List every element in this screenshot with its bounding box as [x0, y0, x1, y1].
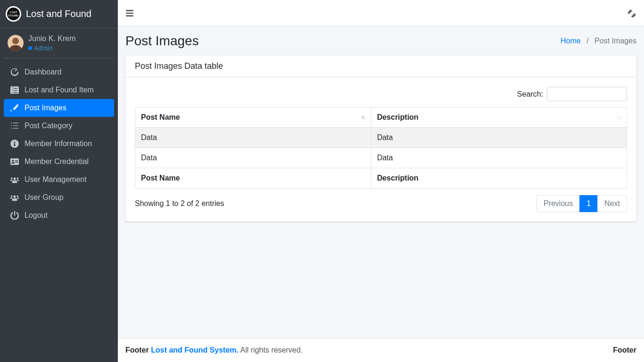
sidebar-item-label: Member Information: [25, 140, 92, 148]
sidebar: LOST FOUND Lost and Found Junio K. Krem …: [0, 0, 118, 362]
tachometer-icon: [9, 68, 20, 76]
brand-logo: LOST FOUND: [6, 6, 21, 22]
sidebar-item-member-info[interactable]: Member Information: [4, 135, 114, 153]
sidebar-item-user-group[interactable]: User Group: [4, 189, 114, 206]
page-previous[interactable]: Previous: [537, 195, 580, 212]
sidebar-item-label: Member Credential: [25, 157, 89, 166]
footer-prefix: Footer: [125, 346, 151, 354]
list-alt-icon: [9, 86, 20, 94]
sidebar-item-label: Dashboard: [25, 68, 61, 76]
brand-title: Lost and Found: [26, 8, 91, 19]
sort-icon: [362, 114, 366, 121]
topbar: [118, 0, 644, 26]
card-header: Post Images Data table: [125, 56, 636, 77]
footer-col-description: Description: [371, 168, 627, 189]
user-panel: Junio K. Krem Admin: [4, 28, 114, 58]
edit-icon: [9, 104, 20, 112]
col-post-name[interactable]: Post Name: [135, 107, 372, 128]
col-description[interactable]: Description: [371, 107, 627, 128]
table-row: Data Data: [135, 148, 627, 168]
power-off-icon: [9, 211, 20, 220]
data-table: Post Name Description Data Da: [135, 107, 627, 189]
list-ol-icon: [9, 122, 20, 130]
user-name: Junio K. Krem: [28, 34, 75, 44]
content-wrapper: Post Images Home / Post Images Post Imag…: [118, 0, 644, 362]
cell-post-name: Data: [135, 148, 372, 168]
search-input[interactable]: [547, 87, 627, 101]
sidebar-item-post-images[interactable]: Post Images: [4, 99, 114, 117]
page-title: Post Images: [125, 33, 199, 49]
datatable-search-row: Search:: [135, 87, 627, 101]
main-content: Post Images Data table Search: Post Name: [118, 56, 644, 338]
breadcrumb-home[interactable]: Home: [561, 37, 581, 45]
breadcrumb-separator: /: [586, 37, 588, 45]
sidebar-item-label: User Management: [25, 175, 87, 184]
info-circle-icon: [9, 140, 20, 148]
footer-right: Footer: [613, 346, 636, 354]
cell-post-name: Data: [135, 128, 372, 148]
datatable-bottom: Showing 1 to 2 of 2 entries Previous 1 N…: [135, 195, 627, 212]
sidebar-item-member-credential[interactable]: Member Credential: [4, 153, 114, 171]
footer-col-post-name: Post Name: [135, 168, 372, 189]
sidebar-nav: Dashboard Lost and Found Item Post Image…: [0, 63, 118, 224]
search-label: Search:: [517, 90, 543, 99]
page-next[interactable]: Next: [597, 195, 627, 212]
footer-link[interactable]: Lost and Found System.: [151, 346, 239, 354]
breadcrumb: Home / Post Images: [561, 37, 636, 45]
user-role[interactable]: Admin: [28, 44, 75, 52]
avatar: [8, 35, 24, 51]
sort-icon: [616, 114, 622, 121]
sidebar-item-post-category[interactable]: Post Category: [4, 117, 114, 135]
footer-suffix: All rights reserved.: [240, 346, 303, 354]
breadcrumb-current: Post Images: [594, 37, 636, 45]
cell-description: Data: [371, 148, 627, 168]
sidebar-item-user-management[interactable]: User Management: [4, 171, 114, 189]
id-card-icon: [9, 157, 20, 166]
brand[interactable]: LOST FOUND Lost and Found: [0, 0, 118, 28]
sidebar-item-label: Post Category: [25, 122, 72, 130]
footer: Footer Lost and Found System. All rights…: [118, 338, 644, 362]
sidebar-item-label: Logout: [25, 211, 48, 220]
users-cog-icon: [9, 175, 20, 184]
page-current[interactable]: 1: [579, 195, 598, 212]
pagination: Previous 1 Next: [537, 195, 627, 212]
users-icon: [9, 193, 20, 202]
status-dot-icon: [28, 46, 32, 50]
card: Post Images Data table Search: Post Name: [125, 56, 636, 222]
sidebar-item-lost-found[interactable]: Lost and Found Item: [4, 81, 114, 99]
hamburger-icon[interactable]: [125, 9, 134, 17]
datatable-info: Showing 1 to 2 of 2 entries: [135, 199, 224, 208]
card-body: Search: Post Name Description: [125, 77, 636, 222]
sidebar-item-dashboard[interactable]: Dashboard: [4, 63, 114, 81]
content-header: Post Images Home / Post Images: [118, 26, 644, 56]
sidebar-item-label: Post Images: [25, 104, 66, 112]
sidebar-item-label: Lost and Found Item: [25, 86, 94, 94]
sidebar-item-label: User Group: [25, 193, 64, 202]
table-row: Data Data: [135, 128, 627, 148]
sidebar-item-logout[interactable]: Logout: [4, 206, 114, 224]
cell-description: Data: [371, 128, 627, 148]
fullscreen-toggle-icon[interactable]: [628, 9, 636, 17]
